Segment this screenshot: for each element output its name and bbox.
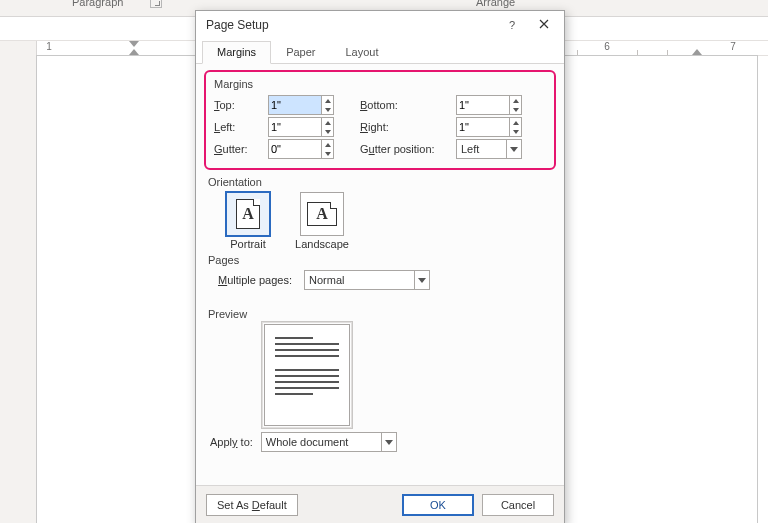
top-margin-label-text: op: (220, 99, 235, 111)
preview-page-icon (264, 324, 350, 426)
left-margin-input[interactable] (269, 118, 321, 136)
ruler-number: 1 (46, 41, 52, 52)
help-button[interactable]: ? (498, 14, 526, 36)
set-as-default-button[interactable]: Set As Default (206, 494, 298, 516)
spin-down-icon[interactable] (322, 127, 333, 136)
multiple-pages-label-text: ultiple pages: (227, 274, 292, 286)
close-button[interactable] (530, 14, 558, 36)
orientation-portrait-icon: A (226, 192, 270, 236)
bottom-margin-label-text: ottom: (367, 99, 398, 111)
gutter-position-combo[interactable]: Left (456, 139, 522, 159)
cancel-button-label: Cancel (501, 499, 535, 511)
spin-up-icon[interactable] (510, 118, 521, 127)
orientation-portrait-button[interactable]: A Portrait (218, 192, 278, 250)
tab-paper[interactable]: Paper (271, 41, 330, 64)
tab-margins[interactable]: Margins (202, 41, 271, 64)
margins-group: Margins Top: Bottom: Left: (214, 78, 546, 160)
apply-to-value: Whole document (262, 436, 381, 448)
bottom-margin-input[interactable] (457, 96, 509, 114)
gutter-margin-spinner[interactable] (268, 139, 334, 159)
set-as-default-label: Set As Default (217, 499, 287, 511)
dialog-titlebar[interactable]: Page Setup ? (196, 11, 564, 39)
ribbon-group-paragraph-label: Paragraph (72, 0, 123, 8)
pages-legend: Pages (208, 254, 552, 266)
orientation-legend: Orientation (208, 176, 552, 188)
spin-up-icon[interactable] (322, 118, 333, 127)
tab-layout-label: Layout (345, 46, 378, 58)
chevron-down-icon[interactable] (506, 140, 521, 158)
spin-down-icon[interactable] (322, 105, 333, 114)
spin-down-icon[interactable] (322, 149, 333, 158)
ok-button-label: OK (430, 499, 446, 511)
page-setup-dialog: Page Setup ? Margins Paper Layout Margin… (195, 10, 565, 523)
ruler-gutter (0, 41, 37, 55)
spin-up-icon[interactable] (322, 140, 333, 149)
bottom-margin-spinner[interactable] (456, 95, 522, 115)
right-margin-spinner[interactable] (456, 117, 522, 137)
margins-legend: Margins (214, 78, 253, 90)
apply-to-label-text: to: (238, 436, 253, 448)
preview-legend: Preview (208, 308, 552, 320)
help-icon: ? (509, 19, 515, 31)
ruler-number: 7 (730, 41, 736, 52)
gutter-margin-label: Gutter: (214, 143, 268, 155)
spin-down-icon[interactable] (510, 105, 521, 114)
ribbon-group-arrange-label: Arrange (476, 0, 515, 8)
right-margin-label-text: ight: (368, 121, 389, 133)
bottom-margin-label: Bottom: (360, 99, 456, 111)
right-margin-input[interactable] (457, 118, 509, 136)
ruler-number: 6 (604, 41, 610, 52)
top-margin-input[interactable] (269, 96, 321, 114)
vertical-ruler-gutter (0, 55, 36, 523)
chevron-down-icon[interactable] (414, 271, 429, 289)
gutter-position-label-text: tter position: (375, 143, 435, 155)
tab-layout[interactable]: Layout (330, 41, 393, 64)
gutter-margin-input[interactable] (269, 140, 321, 158)
multiple-pages-value: Normal (305, 274, 414, 286)
orientation-landscape-button[interactable]: A Landscape (292, 192, 352, 250)
margins-highlight-frame: Margins Top: Bottom: Left: (204, 70, 556, 170)
apply-to-label: Apply to: (210, 436, 253, 448)
top-margin-spinner[interactable] (268, 95, 334, 115)
tab-margins-label: Margins (217, 46, 256, 58)
left-margin-label-text: eft: (220, 121, 235, 133)
chevron-down-icon[interactable] (381, 433, 396, 451)
dialog-tabstrip: Margins Paper Layout (196, 39, 564, 64)
close-icon (539, 19, 549, 31)
orientation-landscape-label: Landscape (292, 238, 352, 250)
left-margin-label: Left: (214, 121, 268, 133)
dialog-title: Page Setup (206, 18, 498, 32)
tab-paper-label: Paper (286, 46, 315, 58)
orientation-landscape-icon: A (300, 192, 344, 236)
first-line-indent-marker-icon[interactable] (129, 41, 139, 47)
spin-up-icon[interactable] (510, 96, 521, 105)
right-margin-label: Right: (360, 121, 456, 133)
gutter-margin-label-text: utter: (223, 143, 248, 155)
multiple-pages-label: Multiple pages: (218, 274, 292, 286)
top-margin-label: Top: (214, 99, 268, 111)
orientation-portrait-label: Portrait (218, 238, 278, 250)
cancel-button[interactable]: Cancel (482, 494, 554, 516)
spin-down-icon[interactable] (510, 127, 521, 136)
gutter-position-label: Gutter position: (360, 143, 456, 155)
left-margin-spinner[interactable] (268, 117, 334, 137)
apply-to-combo[interactable]: Whole document (261, 432, 397, 452)
dialog-footer: Set As Default OK Cancel (196, 485, 564, 523)
gutter-position-value: Left (457, 143, 506, 155)
spin-up-icon[interactable] (322, 96, 333, 105)
multiple-pages-combo[interactable]: Normal (304, 270, 430, 290)
paragraph-dialog-launcher-icon[interactable] (150, 0, 162, 8)
ok-button[interactable]: OK (402, 494, 474, 516)
